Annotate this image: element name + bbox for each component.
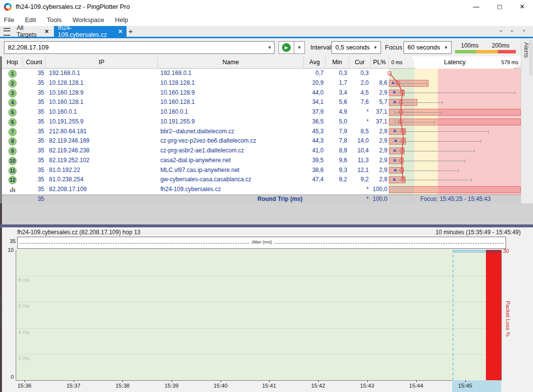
legend-200ms-label: 200ms xyxy=(492,42,509,49)
menu-tools[interactable]: Tools xyxy=(47,16,61,24)
col-header-avg[interactable]: Avg xyxy=(304,56,326,69)
x-tick-label: 15:45 xyxy=(458,383,472,389)
cell: 10.160.128.9 xyxy=(160,88,303,98)
play-icon: ▶ xyxy=(282,43,291,52)
cell: 9,2 xyxy=(326,175,347,185)
tab-all-targets[interactable]: All Targets ✕ xyxy=(13,26,53,37)
tab-target-active[interactable]: fh24-109.cybersales.cz ✕ xyxy=(54,26,127,37)
focus-region-strip-overlap xyxy=(486,250,502,253)
focus-start-line[interactable] xyxy=(453,250,454,380)
col-header-name[interactable]: Name xyxy=(158,56,304,69)
x-tick xyxy=(416,380,417,382)
interval-label: Interval xyxy=(310,44,331,51)
cell: 35 xyxy=(23,98,44,107)
col-header-hop[interactable]: Hop xyxy=(2,56,23,69)
tab-all-targets-label: All Targets xyxy=(17,24,41,38)
x-tick xyxy=(465,380,466,382)
hop-number-cell: 1 xyxy=(2,69,23,78)
address-dropdown-icon[interactable]: ▼ xyxy=(265,41,274,54)
new-tab-button[interactable]: + xyxy=(128,27,133,35)
cell: 4,9 xyxy=(326,107,347,117)
cell: 9,6 xyxy=(326,156,347,166)
focus-select[interactable]: 60 seconds ▼ xyxy=(404,41,452,54)
cell: 9,2 xyxy=(349,175,369,185)
cell: cz-prg-vez-p2vez-be6.dialtelecom.cz xyxy=(160,136,303,146)
legend-color-1 xyxy=(476,50,498,53)
start-options-dropdown[interactable]: ▼ xyxy=(294,41,305,54)
target-address-input[interactable]: 82.208.17.109 xyxy=(4,41,275,54)
cell: 2,9 xyxy=(371,146,387,156)
cell: * xyxy=(349,185,369,195)
cell: 8,6 xyxy=(371,78,387,88)
cell: 82.119.246.238 xyxy=(49,146,154,156)
gridline xyxy=(16,354,502,355)
interval-select[interactable]: 0,5 seconds ▼ xyxy=(331,41,381,54)
cell: 20,9 xyxy=(304,78,324,88)
focus-end-line[interactable] xyxy=(500,250,501,380)
x-tick xyxy=(25,380,25,382)
hop-number-badge: 11 xyxy=(8,167,17,175)
cell: 41,0 xyxy=(304,146,324,156)
cell: 10.160.0.1 xyxy=(49,107,154,117)
focus-value: 60 seconds xyxy=(407,44,440,51)
cell: 11,3 xyxy=(349,156,369,166)
tab-close-icon[interactable]: ✕ xyxy=(45,28,49,35)
cell: 2,9 xyxy=(371,136,387,146)
tab-target-label: fh24-109.cybersales.cz xyxy=(58,24,115,38)
start-button[interactable]: ▶ xyxy=(279,41,294,54)
tab-close-icon[interactable]: ✕ xyxy=(118,28,123,35)
alerts-tab-label[interactable]: Alerts xyxy=(523,42,530,58)
close-button[interactable]: ✕ xyxy=(513,0,532,14)
cell: 82.208.17.109 xyxy=(49,185,154,195)
cell: 10.191.255.9 xyxy=(49,117,154,127)
legend-100ms-label: 100ms xyxy=(461,42,479,49)
cell: 5,7 xyxy=(371,98,387,107)
hamburger-icon[interactable] xyxy=(3,28,10,36)
x-tick xyxy=(123,380,123,382)
cell: 35 xyxy=(23,146,44,156)
x-tick-label: 15:37 xyxy=(66,383,80,389)
chevron-down-icon: ▼ xyxy=(373,42,378,53)
tab-strip: All Targets ✕ fh24-109.cybersales.cz ✕ +… xyxy=(0,26,533,38)
menu-edit[interactable]: Edit xyxy=(25,16,36,24)
cell: * xyxy=(349,117,369,127)
cell: 36,5 xyxy=(304,117,324,127)
cell xyxy=(304,185,324,195)
col-header-pl[interactable]: PL% xyxy=(371,56,389,69)
col-header-ip[interactable]: IP xyxy=(46,56,158,69)
sidebar-scrollbar[interactable] xyxy=(529,40,533,75)
menu-file[interactable]: File xyxy=(4,16,14,24)
summary-label: Round Trip (ms) xyxy=(158,195,303,203)
menu-help[interactable]: Help xyxy=(115,16,128,24)
timeline-title: fh24-109.cybersales.cz (82.208.17.109) h… xyxy=(17,229,141,236)
x-tick-label: 15:44 xyxy=(409,383,423,389)
jitter-panel[interactable]: Jitter (ms) xyxy=(17,237,506,249)
cell: 192.168.0.1 xyxy=(49,69,154,78)
gridline xyxy=(16,302,502,302)
cell: 7,8 xyxy=(326,136,347,146)
summary-cur: * xyxy=(349,195,369,203)
col-header-cur[interactable]: Cur xyxy=(349,56,371,69)
cell: 2,9 xyxy=(371,156,387,166)
cell: 10.160.128.1 xyxy=(160,98,303,107)
latency-axis-title: Latency (ms) xyxy=(0,296,2,327)
jitter-ymax-label: 35 xyxy=(6,238,16,244)
tab-scroll-arrows-icon[interactable]: ◂ ▸ ▾ xyxy=(499,28,529,33)
minimize-button[interactable]: — xyxy=(467,0,485,14)
latency-time-plot[interactable]: 8 ms6 ms4 ms2 ms xyxy=(16,250,502,381)
cell: 2,9 xyxy=(371,88,387,98)
cell: 10.128.128.1 xyxy=(49,78,154,88)
latency-ymin-label: 0 xyxy=(4,374,14,380)
cell: 2,9 xyxy=(371,175,387,185)
cell: 8,9 xyxy=(326,146,347,156)
col-header-latency[interactable]: 0 ms Latency 579 ms xyxy=(389,56,521,69)
cell: 47,4 xyxy=(304,175,324,185)
alerts-sidebar[interactable]: Alerts xyxy=(521,38,533,223)
x-tick xyxy=(74,380,74,382)
menu-workspace[interactable]: Workspace xyxy=(73,16,104,24)
hop-number-badge: 4 xyxy=(8,98,17,107)
maximize-button[interactable]: ◻ xyxy=(490,0,509,14)
cell: 37,9 xyxy=(304,107,324,117)
col-header-min[interactable]: Min xyxy=(326,56,349,69)
col-header-count[interactable]: Count xyxy=(23,56,46,69)
